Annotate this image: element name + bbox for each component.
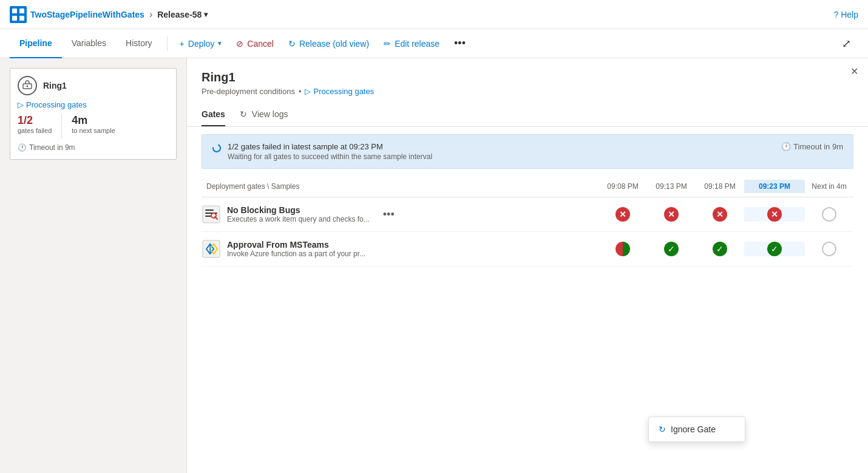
timeout-info: 🕐 Timeout in 9m xyxy=(18,143,169,152)
spinner-icon xyxy=(212,143,222,155)
next-sample-label: to next sample xyxy=(72,127,115,134)
col-0908: 09:08 PM xyxy=(598,180,647,193)
devops-logo-icon xyxy=(10,6,27,23)
plus-icon: + xyxy=(180,39,185,49)
fail-icon: ✕ xyxy=(615,207,630,222)
chevron-down-icon: ▾ xyxy=(218,39,222,47)
fail-icon: ✕ xyxy=(767,207,782,222)
gate-info-no-blocking-bugs: No Blocking Bugs Executes a work item qu… xyxy=(202,205,598,224)
panel-header: Ring1 Pre-deployment conditions • ▷ Proc… xyxy=(187,58,868,96)
panel-title: Ring1 xyxy=(202,70,853,84)
help-circle-icon: ? xyxy=(833,10,838,19)
close-button[interactable]: ✕ xyxy=(850,66,858,77)
gates-failed-value: 1/2 xyxy=(18,114,52,127)
gates-failed-metric: 1/2 gates failed xyxy=(18,114,52,138)
refresh-icon-menu: ↻ xyxy=(659,424,666,434)
gate-menu-button-no-blocking-bugs[interactable]: ••• xyxy=(379,207,398,222)
col-0923: 09:23 PM xyxy=(744,180,805,193)
deploy-button[interactable]: + Deploy ▾ xyxy=(172,34,229,53)
gate-status-0918-row0: ✕ xyxy=(696,207,744,222)
context-menu-item-ignore-gate[interactable]: ↻ Ignore Gate xyxy=(649,420,745,439)
refresh-icon: ↻ xyxy=(288,39,296,49)
gate-info-msteams: Approval From MSTeams Invoke Azure funct… xyxy=(202,239,598,259)
release-old-view-button[interactable]: ↻ Release (old view) xyxy=(281,34,376,53)
cancel-button[interactable]: ⊘ Cancel xyxy=(229,34,281,53)
svg-rect-3 xyxy=(12,16,17,21)
panel-tabs: Gates ↻ View logs xyxy=(187,103,868,127)
col-next: Next in 4m xyxy=(805,180,853,193)
next-sample-metric: 4m to next sample xyxy=(72,114,115,138)
stage-card-ring1: Ring1 ▷ Processing gates 1/2 gates faile… xyxy=(10,68,177,160)
more-options-button[interactable]: ••• xyxy=(447,32,473,55)
partial-icon xyxy=(615,242,630,256)
success-icon: ✓ xyxy=(664,242,679,256)
tab-pipeline[interactable]: Pipeline xyxy=(10,29,62,58)
query-icon xyxy=(202,205,221,224)
tab-view-logs[interactable]: ↻ View logs xyxy=(240,103,288,126)
stage-metrics: 1/2 gates failed 4m to next sample xyxy=(18,114,169,138)
svg-rect-11 xyxy=(205,216,211,217)
help-button[interactable]: ? Help xyxy=(833,10,858,19)
left-panel: Ring1 ▷ Processing gates 1/2 gates faile… xyxy=(0,58,187,473)
top-bar: TwoStagePipelineWithGates › Release-58 ▾… xyxy=(0,0,868,29)
processing-gates-link[interactable]: ▷ Processing gates xyxy=(305,87,374,96)
view-logs-icon: ↻ xyxy=(240,109,247,119)
empty-status-icon xyxy=(822,242,836,256)
gates-table: Deployment gates \ Samples 09:08 PM 09:1… xyxy=(187,176,868,267)
loading-icon xyxy=(212,143,222,153)
stage-header: Ring1 xyxy=(18,76,169,95)
success-icon: ✓ xyxy=(767,242,782,256)
gate-desc: Invoke Azure function as a part of your … xyxy=(227,250,365,258)
svg-rect-0 xyxy=(10,6,27,23)
play-icon: ▷ xyxy=(305,87,311,96)
svg-point-7 xyxy=(213,145,220,152)
tab-gates[interactable]: Gates xyxy=(202,103,225,126)
svg-rect-1 xyxy=(12,9,17,13)
svg-point-6 xyxy=(27,86,29,87)
gate-status-0908-row0: ✕ xyxy=(598,207,647,222)
gate-status-0913-row0: ✕ xyxy=(647,207,696,222)
col-label: Deployment gates \ Samples xyxy=(202,180,598,193)
gate-status-0923-row0: ✕ xyxy=(744,207,805,222)
breadcrumb-dot: • xyxy=(299,87,302,96)
tab-variables[interactable]: Variables xyxy=(62,29,116,58)
stage-icon xyxy=(18,76,37,95)
gate-status-0918-row1: ✓ xyxy=(696,242,744,256)
chevron-down-icon: ▾ xyxy=(204,10,208,19)
gates-failed-label: gates failed xyxy=(18,127,52,134)
stage-status[interactable]: ▷ Processing gates xyxy=(18,100,169,109)
fail-icon: ✕ xyxy=(713,207,727,222)
gate-icon-msteams xyxy=(202,239,221,259)
svg-rect-4 xyxy=(19,16,24,21)
gate-details-no-blocking-bugs: No Blocking Bugs Executes a work item qu… xyxy=(227,205,370,223)
tab-history[interactable]: History xyxy=(116,29,162,58)
fail-icon: ✕ xyxy=(664,207,679,222)
org-logo: TwoStagePipelineWithGates xyxy=(10,6,144,23)
alert-content: 1/2 gates failed in latest sample at 09:… xyxy=(212,142,432,161)
table-header: Deployment gates \ Samples 09:08 PM 09:1… xyxy=(202,176,853,197)
stage-name: Ring1 xyxy=(43,81,67,90)
gate-name: Approval From MSTeams xyxy=(227,240,365,250)
org-name[interactable]: TwoStagePipelineWithGates xyxy=(30,10,144,19)
gate-icon-query xyxy=(202,205,221,224)
gate-details-msteams: Approval From MSTeams Invoke Azure funct… xyxy=(227,240,365,258)
main-content: Ring1 ▷ Processing gates 1/2 gates faile… xyxy=(0,58,868,473)
clock-icon: 🕐 xyxy=(18,143,27,152)
edit-release-button[interactable]: ✏ Edit release xyxy=(376,34,447,53)
breadcrumb: Release-58 ▾ xyxy=(157,10,208,19)
timeout-text: 🕐 Timeout in 9m xyxy=(781,142,843,151)
success-icon: ✓ xyxy=(713,242,727,256)
expand-button[interactable]: ⤢ xyxy=(835,32,858,55)
alert-main-text: 1/2 gates failed in latest sample at 09:… xyxy=(228,142,432,151)
gate-status-0908-row1 xyxy=(598,242,647,256)
gate-status-next-row1 xyxy=(805,242,853,256)
gate-desc: Executes a work item query and checks fo… xyxy=(227,215,370,223)
pencil-icon: ✏ xyxy=(384,39,391,49)
release-name[interactable]: Release-58 ▾ xyxy=(157,10,208,19)
processing-spin-icon: ▷ xyxy=(18,100,24,109)
azure-function-icon xyxy=(202,239,221,259)
right-panel: ✕ Ring1 Pre-deployment conditions • ▷ Pr… xyxy=(187,58,868,473)
svg-rect-9 xyxy=(205,209,214,211)
gate-name: No Blocking Bugs xyxy=(227,205,370,215)
context-menu: ↻ Ignore Gate xyxy=(648,417,745,442)
